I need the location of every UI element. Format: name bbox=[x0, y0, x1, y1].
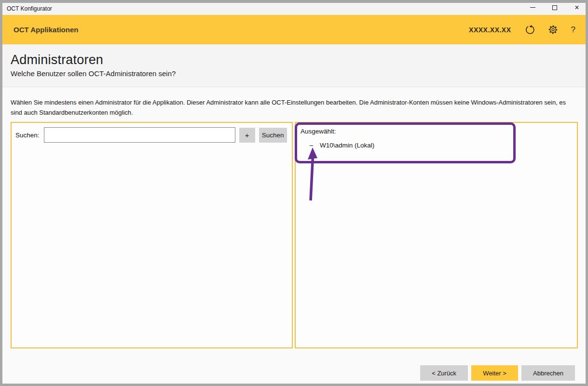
app-header-bar: OCT Applikationen XXXX.XX.XX ? bbox=[0, 15, 588, 44]
wizard-footer: < Zurück Weiter > Abbrechen bbox=[420, 365, 575, 381]
refresh-icon bbox=[524, 25, 535, 35]
version-label: XXXX.XX.XX bbox=[469, 26, 511, 34]
minimize-button[interactable] bbox=[521, 0, 544, 15]
gear-icon bbox=[548, 25, 558, 35]
titlebar: OCT Konfigurator × bbox=[0, 0, 588, 15]
selected-panel: Ausgewählt: − W10\admin (Lokal) bbox=[295, 122, 578, 348]
selected-user-name: W10\admin (Lokal) bbox=[320, 142, 374, 149]
window-controls: × bbox=[521, 0, 588, 15]
page-subtitle: Welche Benutzer sollen OCT-Administrator… bbox=[11, 69, 577, 78]
app-window: OCT Konfigurator × OCT Applikationen XXX… bbox=[0, 0, 588, 386]
help-icon: ? bbox=[571, 25, 575, 35]
close-icon: × bbox=[574, 4, 579, 12]
refresh-button[interactable] bbox=[524, 25, 535, 35]
minimize-icon bbox=[530, 7, 535, 8]
app-title: OCT Applikationen bbox=[0, 26, 78, 34]
maximize-icon bbox=[552, 5, 557, 10]
search-label: Suchen: bbox=[15, 132, 40, 139]
search-input[interactable] bbox=[44, 127, 235, 143]
appbar-actions: XXXX.XX.XX ? bbox=[469, 25, 588, 35]
selected-user-row[interactable]: − W10\admin (Lokal) bbox=[309, 141, 577, 149]
add-user-button[interactable]: + bbox=[239, 128, 255, 143]
panels-container: Suchen: + Suchen Ausgewählt: − W10\admin… bbox=[11, 122, 578, 348]
search-row: Suchen: + Suchen bbox=[12, 123, 292, 143]
cancel-button[interactable]: Abbrechen bbox=[521, 365, 575, 381]
next-button[interactable]: Weiter > bbox=[471, 365, 518, 381]
search-button[interactable]: Suchen bbox=[259, 128, 287, 143]
back-button[interactable]: < Zurück bbox=[420, 365, 468, 381]
help-button[interactable]: ? bbox=[571, 25, 575, 35]
remove-user-icon[interactable]: − bbox=[309, 141, 320, 149]
page-title: Administratoren bbox=[11, 53, 577, 67]
search-panel: Suchen: + Suchen bbox=[11, 122, 293, 348]
selected-label: Ausgewählt: bbox=[296, 123, 577, 135]
page-header: Administratoren Welche Benutzer sollen O… bbox=[0, 44, 588, 87]
maximize-button[interactable] bbox=[544, 0, 566, 15]
settings-button[interactable] bbox=[548, 25, 558, 35]
instructions-text: Wählen Sie mindestens einen Administrato… bbox=[0, 88, 588, 118]
window-title: OCT Konfigurator bbox=[0, 3, 52, 12]
page-content: Wählen Sie mindestens einen Administrato… bbox=[0, 88, 588, 386]
close-button[interactable]: × bbox=[566, 0, 588, 15]
